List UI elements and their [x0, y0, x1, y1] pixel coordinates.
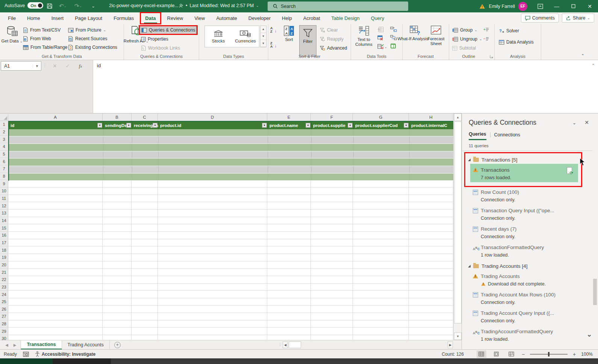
table-cell[interactable] — [410, 136, 453, 143]
pane-tab-connections[interactable]: Connections — [494, 132, 521, 140]
table-cell[interactable] — [103, 129, 132, 136]
properties-button[interactable]: Properties — [140, 35, 170, 43]
query-item-trading-account-max-rows-100-[interactable]: Trading Account Max Rows (100)Connection… — [462, 290, 598, 308]
ribbon-tab-view[interactable]: View — [189, 12, 210, 24]
scrollbar-thumb[interactable] — [454, 121, 462, 323]
table-cell[interactable] — [410, 159, 453, 165]
table-cell[interactable] — [9, 159, 103, 165]
horizontal-scrollbar[interactable]: ◀ ▶ — [283, 341, 453, 349]
table-cell[interactable] — [132, 166, 159, 173]
table-cell[interactable] — [103, 166, 132, 173]
share-button[interactable]: Share ⌄ — [562, 14, 594, 23]
document-title[interactable]: 2ic-power-query-excel-example... — [109, 3, 179, 8]
table-row[interactable] — [9, 136, 453, 144]
ribbon-tab-review[interactable]: Review — [162, 12, 189, 24]
from-web-button[interactable]: From Web — [22, 35, 69, 43]
gallery-more-arrow[interactable]: ▼ — [260, 40, 266, 47]
row-header-17[interactable]: 17 — [0, 239, 8, 247]
table-header-product.name[interactable]: product.name▼ — [268, 122, 312, 129]
table-cell[interactable] — [354, 144, 410, 151]
page-break-preview-icon[interactable] — [507, 350, 516, 358]
ribbon-tab-query[interactable]: Query — [365, 12, 390, 24]
filter-dropdown-icon[interactable]: ▼ — [126, 123, 131, 128]
table-row[interactable] — [9, 151, 453, 159]
workbook-links-button[interactable]: Workbook Links — [140, 44, 181, 52]
query-item-tradingaccountformattedquery[interactable]: ABCTradingAccountFormattedQuery1 row loa… — [462, 326, 598, 345]
table-cell[interactable] — [410, 129, 453, 136]
sheet-nav-left-icon[interactable]: ◀ — [5, 343, 8, 347]
table-cell[interactable] — [312, 151, 354, 158]
row-header-26[interactable]: 26 — [0, 306, 8, 313]
row-header-4[interactable]: 4 — [0, 143, 8, 151]
relationships-icon[interactable] — [390, 35, 397, 40]
spreadsheet-grid[interactable]: ABCDEFGH12345678910111213141516171819202… — [0, 113, 453, 340]
query-item-transactions[interactable]: Transactions7 rows loaded. — [465, 165, 581, 183]
ribbon-tab-file[interactable]: File — [2, 12, 21, 24]
row-header-8[interactable]: 8 — [0, 173, 8, 180]
data-validation-icon[interactable]: ⌄ — [377, 44, 386, 50]
row-header-11[interactable]: 11 — [0, 195, 8, 202]
table-cell[interactable] — [103, 136, 132, 143]
zoom-out-button[interactable]: − — [522, 351, 525, 357]
pane-options-chevron-icon[interactable]: ⌄ — [572, 120, 576, 125]
search-box[interactable]: Search — [268, 2, 408, 11]
row-header-29[interactable]: 29 — [0, 328, 8, 335]
table-header-product.id[interactable]: product.id▼ — [159, 122, 268, 129]
chevron-down-icon[interactable]: ▼ — [33, 64, 41, 68]
row-header-14[interactable]: 14 — [0, 217, 8, 225]
stocks-data-type[interactable]: Stocks — [205, 26, 232, 47]
table-cell[interactable] — [103, 174, 132, 180]
accessibility-status[interactable]: Accessibility: Investigate — [35, 351, 95, 357]
cancel-icon[interactable]: ✕ — [50, 61, 60, 71]
ribbon-tab-formulas[interactable]: Formulas — [108, 12, 139, 24]
table-cell[interactable] — [354, 159, 410, 165]
table-row[interactable] — [9, 166, 453, 174]
scroll-down-arrow[interactable]: ▼ — [454, 332, 462, 340]
ribbon-tab-help[interactable]: Help — [276, 12, 298, 24]
row-header-15[interactable]: 15 — [0, 224, 8, 232]
table-cell[interactable] — [9, 166, 103, 173]
table-cell[interactable] — [9, 174, 103, 180]
table-cell[interactable] — [354, 166, 410, 173]
currencies-data-type[interactable]: Currencies — [232, 26, 259, 47]
from-picture-button[interactable]: From Picture ⌄ — [67, 26, 118, 34]
pane-close-icon[interactable]: ✕ — [584, 119, 589, 125]
table-cell[interactable] — [410, 151, 453, 158]
chevron-down-icon[interactable]: ⌄ — [256, 4, 259, 8]
ribbon-tab-page-layout[interactable]: Page Layout — [69, 12, 108, 24]
table-cell[interactable] — [103, 144, 132, 151]
scroll-right-arrow[interactable]: ▶ — [448, 341, 453, 348]
table-cell[interactable] — [268, 129, 312, 136]
gallery-down-arrow[interactable]: ▼ — [260, 33, 266, 40]
query-item-trading-accounts[interactable]: Trading AccountsDownload did not complet… — [462, 271, 598, 290]
row-header-2[interactable]: 2 — [0, 128, 8, 136]
column-header-D[interactable]: D — [158, 113, 267, 121]
table-cell[interactable] — [268, 144, 312, 151]
table-cell[interactable] — [9, 129, 103, 136]
expand-caret-icon[interactable] — [468, 265, 471, 267]
recent-sources-button[interactable]: Recent Sources — [67, 35, 118, 43]
collapse-ribbon-icon[interactable]: ⌃ — [581, 53, 584, 58]
table-cell[interactable] — [354, 174, 410, 180]
table-cell[interactable] — [9, 151, 103, 158]
existing-connections-button[interactable]: Existing Connections — [67, 43, 118, 51]
table-cell[interactable] — [312, 159, 354, 165]
row-header-12[interactable]: 12 — [0, 202, 8, 210]
minimize-button[interactable]: — — [548, 0, 565, 12]
data-analysis-button[interactable]: Data Analysis — [498, 38, 535, 46]
column-header-H[interactable]: H — [409, 113, 453, 121]
table-cell[interactable] — [132, 159, 159, 165]
table-cell[interactable] — [159, 151, 268, 158]
table-cell[interactable] — [159, 129, 268, 136]
enter-icon[interactable]: ✓ — [62, 61, 73, 71]
ribbon-tab-home[interactable]: Home — [21, 12, 46, 24]
query-group-transactions-5-[interactable]: Transactions [5] — [465, 154, 581, 165]
scroll-left-arrow[interactable]: ◀ — [283, 341, 288, 348]
table-cell[interactable] — [410, 144, 453, 151]
table-cell[interactable] — [268, 159, 312, 165]
column-header-G[interactable]: G — [353, 113, 409, 121]
new-sheet-button[interactable]: + — [110, 340, 125, 349]
ribbon-tab-automate[interactable]: Automate — [210, 12, 243, 24]
clear-filter-button[interactable]: Clear — [319, 26, 348, 34]
row-header-20[interactable]: 20 — [0, 261, 8, 269]
